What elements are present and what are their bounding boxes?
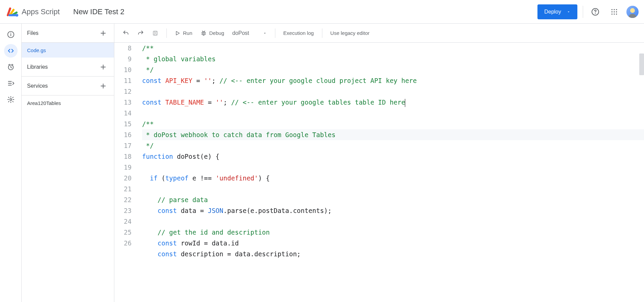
debug-button[interactable]: Debug (198, 27, 227, 39)
function-selected: doPost (232, 30, 249, 36)
line-number: 13 (114, 97, 132, 108)
svg-point-2 (595, 13, 596, 14)
project-sidebar: Files Code.gs Libraries Services Area120… (22, 24, 114, 302)
project-title[interactable]: New IDE Test 2 (73, 7, 124, 16)
plus-icon (99, 82, 107, 90)
svg-rect-14 (10, 34, 11, 36)
gear-icon (7, 96, 15, 103)
code-line[interactable]: /** (142, 118, 644, 129)
line-number: 20 (114, 173, 132, 184)
line-number: 24 (114, 216, 132, 227)
file-item-label: Code.gs (27, 47, 46, 53)
svg-point-10 (614, 14, 615, 15)
line-number: 21 (114, 184, 132, 194)
chevron-down-icon (567, 10, 571, 14)
line-number: 18 (114, 151, 132, 162)
code-line[interactable]: const description = data.description; (142, 249, 644, 259)
code-line[interactable]: */ (142, 140, 644, 151)
help-icon (591, 8, 599, 16)
redo-button[interactable] (135, 27, 147, 39)
code-line[interactable]: function doPost(e) { (142, 151, 644, 162)
account-avatar[interactable] (626, 6, 639, 18)
code-line[interactable]: const API_KEY = ''; // <-- enter your go… (142, 75, 644, 86)
add-service-button[interactable] (98, 81, 109, 91)
code-line[interactable] (142, 184, 644, 194)
code-line[interactable] (142, 216, 644, 227)
code-line[interactable]: * global variables (142, 53, 644, 64)
rail-triggers[interactable] (4, 60, 18, 74)
code-content[interactable]: /** * global variables */const API_KEY =… (138, 43, 644, 302)
execution-log-button[interactable]: Execution log (281, 27, 317, 39)
svg-point-11 (616, 14, 617, 15)
deploy-label: Deploy (544, 9, 561, 15)
code-line[interactable]: * doPost webhook to catch data from Goog… (142, 129, 644, 140)
separator (322, 28, 322, 38)
code-line[interactable] (142, 108, 644, 118)
line-number: 15 (114, 118, 132, 129)
editor-area: Run Debug doPost Execution log Use legac… (114, 24, 644, 302)
rail-editor[interactable] (4, 44, 18, 58)
line-number: 19 (114, 162, 132, 173)
code-line[interactable]: // get the id and description (142, 227, 644, 238)
svg-point-8 (616, 11, 617, 12)
files-header: Files (22, 24, 114, 43)
code-line[interactable]: const data = JSON.parse(e.postData.conte… (142, 205, 644, 216)
svg-point-15 (10, 33, 11, 33)
run-button[interactable]: Run (172, 27, 195, 39)
execution-log-label: Execution log (283, 30, 314, 36)
rail-overview[interactable] (4, 28, 18, 41)
code-line[interactable]: const TABLE_NAME = ''; // <-- enter your… (142, 97, 644, 108)
svg-point-12 (630, 8, 635, 13)
rail-settings[interactable] (4, 93, 18, 106)
svg-point-17 (10, 99, 12, 101)
apps-grid-button[interactable] (607, 5, 621, 19)
line-number: 22 (114, 194, 132, 205)
libraries-header: Libraries (22, 58, 114, 77)
service-item-area120tables[interactable]: Area120Tables (22, 95, 114, 110)
code-editor[interactable]: 891011121314151617181920212223242526 /**… (114, 43, 644, 302)
nav-rail (0, 24, 22, 302)
run-label: Run (183, 30, 192, 36)
rail-executions[interactable] (4, 77, 18, 90)
code-line[interactable]: // parse data (142, 194, 644, 205)
line-number: 11 (114, 75, 132, 86)
code-line[interactable]: */ (142, 64, 644, 75)
code-line[interactable]: /** (142, 43, 644, 53)
apps-grid-icon (611, 8, 618, 15)
line-number: 10 (114, 64, 132, 75)
svg-point-9 (612, 14, 613, 15)
line-number: 23 (114, 205, 132, 216)
file-item-code-gs[interactable]: Code.gs (22, 43, 114, 58)
separator (275, 28, 275, 38)
undo-icon (122, 30, 129, 37)
logo-area: Apps Script (5, 5, 60, 19)
deploy-button[interactable]: Deploy (537, 4, 577, 19)
save-button[interactable] (150, 27, 161, 39)
code-line[interactable] (142, 162, 644, 173)
redo-icon (137, 30, 144, 37)
line-number: 14 (114, 108, 132, 118)
line-gutter: 891011121314151617181920212223242526 (114, 43, 138, 302)
line-number: 25 (114, 227, 132, 238)
bug-icon (201, 30, 207, 36)
svg-point-0 (16, 14, 18, 17)
legacy-editor-button[interactable]: Use legacy editor (328, 27, 372, 39)
svg-rect-20 (154, 34, 156, 35)
code-line[interactable]: if (typeof e !== 'undefined') { (142, 173, 644, 184)
svg-point-6 (612, 11, 613, 12)
libraries-label: Libraries (27, 64, 48, 70)
function-selector[interactable]: doPost (230, 30, 270, 36)
line-number: 17 (114, 140, 132, 151)
help-button[interactable] (589, 5, 602, 19)
text-cursor (405, 99, 405, 107)
undo-button[interactable] (120, 27, 132, 39)
separator (166, 28, 167, 38)
play-icon (175, 30, 180, 36)
app-name: Apps Script (22, 7, 60, 16)
add-library-button[interactable] (98, 62, 109, 72)
line-number: 8 (114, 43, 132, 53)
services-header: Services (22, 77, 114, 95)
code-line[interactable]: const rowId = data.id (142, 238, 644, 249)
editor-toolbar: Run Debug doPost Execution log Use legac… (114, 24, 644, 43)
add-file-button[interactable] (98, 28, 109, 39)
